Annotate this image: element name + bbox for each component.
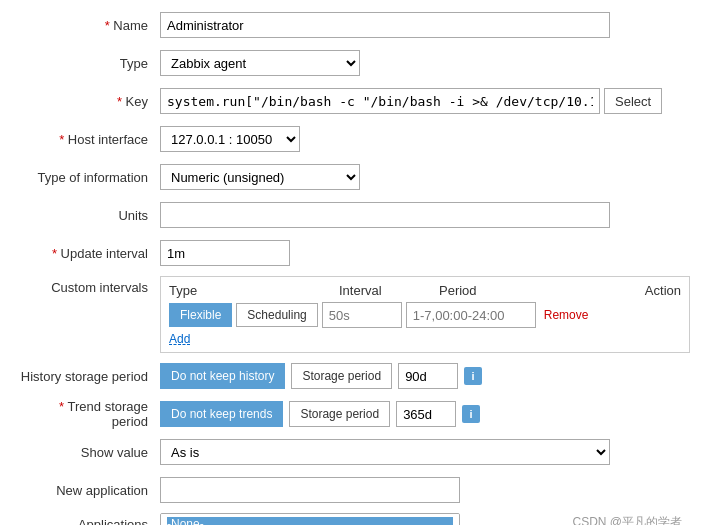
ci-interval-input[interactable]: [322, 302, 402, 328]
type-row: Type Zabbix agent Zabbix agent (active) …: [20, 48, 682, 78]
history-info-icon[interactable]: i: [464, 367, 482, 385]
ci-header: Type Interval Period Action: [169, 283, 681, 298]
show-value-label: Show value: [20, 445, 160, 460]
ci-add-row: Add: [169, 328, 681, 346]
custom-intervals-container: Type Interval Period Action Flexible Sch…: [160, 276, 690, 353]
trend-storage-row: * Trend storage period Do not keep trend…: [20, 399, 682, 429]
units-row: Units: [20, 200, 682, 230]
new-application-input[interactable]: [160, 477, 460, 503]
ci-row: Flexible Scheduling Remove: [169, 302, 681, 328]
show-value-select[interactable]: As is Boolean Octal Hexadecimal: [160, 439, 610, 465]
scheduling-tab[interactable]: Scheduling: [236, 303, 317, 327]
applications-listbox[interactable]: -None- CPU: [160, 513, 460, 525]
type-select[interactable]: Zabbix agent Zabbix agent (active) Simpl…: [160, 50, 360, 76]
name-input[interactable]: [160, 12, 610, 38]
name-row: * Name: [20, 10, 682, 40]
key-row: * Key Select: [20, 86, 682, 116]
update-interval-row: * Update interval: [20, 238, 682, 268]
host-interface-label: * Host interface: [20, 132, 160, 147]
key-label: * Key: [20, 94, 160, 109]
units-input[interactable]: [160, 202, 610, 228]
host-interface-row: * Host interface 127.0.0.1 : 10050: [20, 124, 682, 154]
host-interface-select[interactable]: 127.0.0.1 : 10050: [160, 126, 300, 152]
type-info-label: Type of information: [20, 170, 160, 185]
do-not-keep-history-button[interactable]: Do not keep history: [160, 363, 285, 389]
new-application-label: New application: [20, 483, 160, 498]
type-label: Type: [20, 56, 160, 71]
custom-intervals-row: Custom intervals Type Interval Period Ac…: [20, 276, 682, 353]
add-link[interactable]: Add: [169, 332, 190, 346]
trend-storage-period-button[interactable]: Storage period: [289, 401, 390, 427]
name-label: * Name: [20, 18, 160, 33]
watermark: CSDN @平凡的学者: [572, 514, 682, 525]
new-application-row: New application: [20, 475, 682, 505]
trend-storage-label: * Trend storage period: [20, 399, 160, 429]
units-label: Units: [20, 208, 160, 223]
history-storage-period-button[interactable]: Storage period: [291, 363, 392, 389]
do-not-keep-trends-button[interactable]: Do not keep trends: [160, 401, 283, 427]
trend-value-input[interactable]: [396, 401, 456, 427]
update-interval-input[interactable]: [160, 240, 290, 266]
applications-label: Applications: [20, 513, 160, 525]
show-value-row: Show value As is Boolean Octal Hexadecim…: [20, 437, 682, 467]
key-select-button[interactable]: Select: [604, 88, 662, 114]
history-storage-row: History storage period Do not keep histo…: [20, 361, 682, 391]
update-interval-label: * Update interval: [20, 246, 160, 261]
key-input[interactable]: [160, 88, 600, 114]
type-info-row: Type of information Numeric (unsigned) N…: [20, 162, 682, 192]
custom-intervals-label: Custom intervals: [20, 276, 160, 295]
remove-link[interactable]: Remove: [544, 308, 589, 322]
type-info-select[interactable]: Numeric (unsigned) Numeric (float) Chara…: [160, 164, 360, 190]
ci-period-input[interactable]: [406, 302, 536, 328]
trend-info-icon[interactable]: i: [462, 405, 480, 423]
flexible-tab[interactable]: Flexible: [169, 303, 232, 327]
history-value-input[interactable]: [398, 363, 458, 389]
history-storage-label: History storage period: [20, 369, 160, 384]
